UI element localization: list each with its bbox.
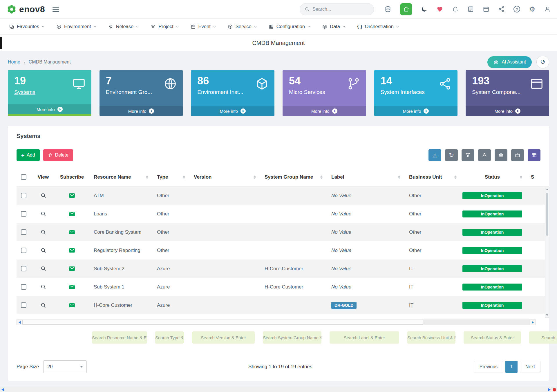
previous-page-button[interactable]: Previous	[474, 361, 503, 373]
more-info-link[interactable]: More info	[8, 104, 91, 114]
add-button[interactable]: +Add	[17, 149, 40, 161]
nav-item-favourites[interactable]: Favourites	[3, 19, 50, 35]
subscribe-envelope-icon[interactable]	[69, 303, 75, 308]
column-header-system-group[interactable]: System Group Name	[259, 168, 325, 186]
table-vertical-scrollbar[interactable]	[545, 187, 549, 318]
view-magnifier-icon[interactable]	[40, 284, 46, 290]
subscribe-envelope-icon[interactable]	[69, 284, 75, 289]
row-checkbox[interactable]	[21, 193, 26, 198]
row-checkbox[interactable]	[21, 229, 26, 235]
more-info-link[interactable]: More info	[283, 106, 366, 116]
columns-button[interactable]	[528, 149, 540, 161]
more-info-link[interactable]: More info	[100, 106, 183, 116]
subscribe-envelope-icon[interactable]	[69, 193, 75, 198]
page-title: CMDB Management	[252, 40, 305, 46]
data-sources-icon[interactable]	[384, 6, 391, 13]
nav-item-environment[interactable]: Environment	[50, 19, 102, 35]
bank-button[interactable]	[495, 149, 507, 161]
users-button[interactable]	[478, 149, 491, 161]
column-header-version[interactable]: Version	[188, 168, 259, 186]
news-icon[interactable]	[467, 6, 474, 12]
select-all-checkbox[interactable]	[21, 174, 26, 180]
favourites-heart-icon[interactable]	[436, 6, 443, 13]
horizontal-scroll-track[interactable]	[23, 320, 530, 325]
view-magnifier-icon[interactable]	[40, 193, 46, 199]
row-checkbox[interactable]	[21, 211, 26, 217]
row-checkbox[interactable]	[21, 302, 26, 308]
breadcrumb-home-link[interactable]: Home	[8, 59, 20, 65]
more-info-link[interactable]: More info	[466, 106, 549, 116]
nav-item-project[interactable]: Project	[144, 19, 184, 35]
version-cell	[188, 186, 259, 205]
search-input[interactable]	[312, 7, 369, 12]
share-icon[interactable]	[498, 6, 505, 12]
filter-button[interactable]	[462, 149, 474, 161]
column-header-clipped[interactable]: S	[525, 168, 549, 186]
more-info-link[interactable]: More info	[191, 106, 274, 116]
delete-button[interactable]: Delete	[43, 149, 73, 161]
notifications-bell-icon[interactable]	[452, 6, 459, 12]
subscribe-envelope-icon[interactable]	[69, 248, 75, 253]
export-download-button[interactable]	[428, 149, 441, 161]
label-cell: No Value	[331, 211, 351, 217]
nav-item-configuration[interactable]: Configuration	[263, 19, 316, 35]
column-filter-input[interactable]	[464, 331, 521, 344]
help-icon[interactable]: ?	[513, 6, 520, 12]
refresh-button[interactable]: ↻	[445, 149, 458, 161]
page-size-select[interactable]: 20	[43, 360, 87, 373]
dark-mode-moon-icon[interactable]	[421, 6, 428, 12]
view-magnifier-icon[interactable]	[40, 229, 46, 235]
column-filter-input[interactable]	[330, 331, 399, 344]
row-checkbox[interactable]	[21, 266, 26, 271]
vertical-scroll-thumb[interactable]	[546, 193, 548, 236]
column-filter-input[interactable]	[92, 331, 147, 344]
view-magnifier-icon[interactable]	[40, 266, 46, 272]
view-magnifier-icon[interactable]	[40, 302, 46, 308]
subscribe-envelope-icon[interactable]	[69, 211, 75, 216]
view-magnifier-icon[interactable]	[40, 247, 46, 253]
type-cell: Azure	[151, 296, 188, 314]
column-filter-input[interactable]	[263, 331, 321, 344]
next-page-button[interactable]: Next	[520, 361, 540, 373]
page-number-button[interactable]: 1	[505, 361, 518, 373]
chevron-down-icon	[213, 25, 216, 28]
page-horizontal-scrollbar[interactable]	[0, 387, 557, 392]
nav-item-release[interactable]: Release	[102, 19, 145, 35]
scroll-down-arrow[interactable]	[546, 314, 548, 316]
nav-item-service[interactable]: Service	[222, 19, 263, 35]
scroll-right-arrow[interactable]	[530, 320, 536, 325]
column-filter-input[interactable]	[155, 331, 184, 344]
home-icon[interactable]	[400, 3, 412, 15]
ai-assistant-button[interactable]: AI Assistant	[487, 56, 532, 68]
column-header-type[interactable]: Type	[151, 168, 188, 186]
nav-item-event[interactable]: Event	[185, 19, 222, 35]
nav-item-data[interactable]: Data	[316, 19, 351, 35]
page-scroll-left-arrow[interactable]	[1, 388, 4, 391]
subscribe-envelope-icon[interactable]	[69, 230, 75, 235]
column-filter-input[interactable]	[192, 331, 255, 344]
nav-item-orchestration[interactable]: { } Orchestration	[351, 19, 405, 35]
column-header-business-unit[interactable]: Business Unit	[403, 168, 460, 186]
briefcase-button[interactable]	[511, 149, 524, 161]
calendar-icon[interactable]	[483, 6, 489, 12]
horizontal-scroll-thumb[interactable]	[23, 320, 423, 325]
column-filter-input[interactable]	[407, 331, 455, 344]
menu-hamburger-icon[interactable]	[53, 7, 59, 12]
column-header-status[interactable]: Status	[460, 168, 525, 186]
subscribe-envelope-icon[interactable]	[69, 266, 75, 271]
row-checkbox[interactable]	[21, 248, 26, 253]
logo-link[interactable]: enov8	[6, 4, 45, 14]
row-checkbox[interactable]	[21, 284, 26, 290]
type-cell: Other	[151, 186, 188, 205]
scroll-up-arrow[interactable]	[546, 188, 548, 190]
column-header-resource-name[interactable]: Resource Name	[88, 168, 151, 186]
page-scroll-right-arrow[interactable]	[548, 388, 551, 391]
history-button[interactable]: ↺	[536, 56, 549, 68]
view-magnifier-icon[interactable]	[40, 211, 46, 217]
user-profile-icon[interactable]	[544, 6, 551, 12]
more-info-link[interactable]: More info	[374, 106, 458, 116]
scroll-left-arrow[interactable]	[17, 320, 23, 325]
column-filter-input[interactable]	[529, 331, 557, 344]
column-header-label[interactable]: Label	[325, 168, 403, 186]
settings-gear-icon[interactable]: ⚙	[529, 6, 535, 13]
